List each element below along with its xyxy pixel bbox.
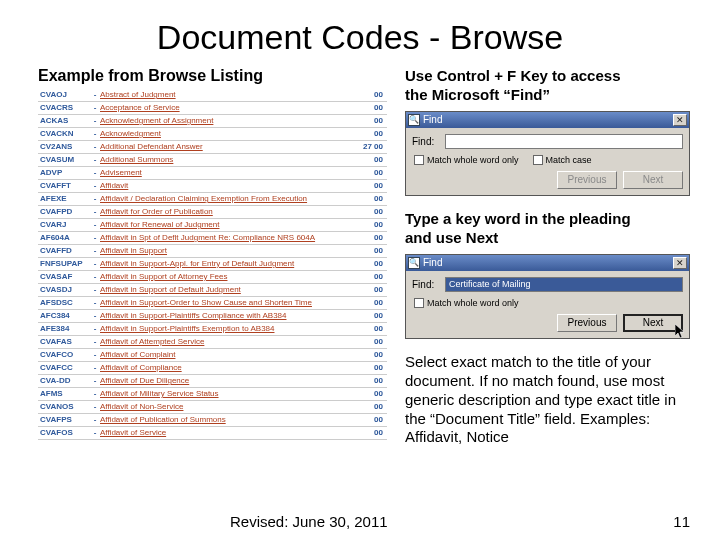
- doc-description[interactable]: Affidavit in Support-Plaintiffs Exemptio…: [100, 325, 359, 333]
- next-button[interactable]: Next: [623, 171, 683, 189]
- table-row: FNFSUPAP-Affidavit in Support-Appl. for …: [38, 258, 387, 271]
- doc-description[interactable]: Affidavit in Support-Plaintiffs Complian…: [100, 312, 359, 320]
- doc-code: CV2ANS: [38, 143, 90, 151]
- find-dialog: 🔍 Find ✕ Find: Match whole word only Mat…: [405, 111, 690, 197]
- doc-description[interactable]: Affidavit of Complaint: [100, 351, 359, 359]
- find-titlebar: 🔍 Find ✕: [406, 112, 689, 128]
- doc-description[interactable]: Affidavit in Support-Order to Show Cause…: [100, 299, 359, 307]
- doc-number: 00: [359, 377, 387, 385]
- doc-description[interactable]: Affidavit: [100, 182, 359, 190]
- doc-description[interactable]: Affidavit / Declaration Claiming Exempti…: [100, 195, 359, 203]
- whole-word-checkbox[interactable]: Match whole word only: [414, 155, 519, 166]
- doc-description[interactable]: Advisement: [100, 169, 359, 177]
- doc-description[interactable]: Affidavit of Non-Service: [100, 403, 359, 411]
- close-icon[interactable]: ✕: [673, 257, 687, 269]
- doc-number: 27 00: [359, 143, 387, 151]
- doc-number: 00: [359, 117, 387, 125]
- find-input[interactable]: [445, 134, 683, 149]
- doc-number: 00: [359, 156, 387, 164]
- table-row: AFE384-Affidavit in Support-Plaintiffs E…: [38, 323, 387, 336]
- dash: -: [90, 91, 100, 99]
- match-case-checkbox[interactable]: Match case: [533, 155, 592, 166]
- table-row: CVAFCC-Affidavit of Compliance00: [38, 362, 387, 375]
- doc-description[interactable]: Affidavit for Renewal of Judgment: [100, 221, 359, 229]
- dash: -: [90, 273, 100, 281]
- doc-number: 00: [359, 325, 387, 333]
- doc-description[interactable]: Affidavit in Support of Attorney Fees: [100, 273, 359, 281]
- dash: -: [90, 429, 100, 437]
- previous-button[interactable]: Previous: [557, 171, 617, 189]
- doc-description[interactable]: Affidavit in Support-Appl. for Entry of …: [100, 260, 359, 268]
- instruction-exact-match: Select exact match to the title of your …: [405, 353, 690, 447]
- browse-listing: CVAOJ-Abstract of Judgment00CVACRS-Accep…: [38, 89, 387, 440]
- table-row: AFSDSC-Affidavit in Support-Order to Sho…: [38, 297, 387, 310]
- doc-description[interactable]: Additional Summons: [100, 156, 359, 164]
- close-icon[interactable]: ✕: [673, 114, 687, 126]
- doc-number: 00: [359, 390, 387, 398]
- doc-number: 00: [359, 312, 387, 320]
- dash: -: [90, 143, 100, 151]
- dash: -: [90, 286, 100, 294]
- find-label: Find:: [412, 279, 440, 290]
- doc-number: 00: [359, 351, 387, 359]
- table-row: CV2ANS-Additional Defendant Answer27 00: [38, 141, 387, 154]
- doc-number: 00: [359, 416, 387, 424]
- doc-description[interactable]: Affidavit in Spt of Deflt Judgment Re: C…: [100, 234, 359, 242]
- doc-description[interactable]: Affidavit of Compliance: [100, 364, 359, 372]
- doc-code: CVACKN: [38, 130, 90, 138]
- doc-code: ADVP: [38, 169, 90, 177]
- table-row: CVASAF-Affidavit in Support of Attorney …: [38, 271, 387, 284]
- doc-description[interactable]: Affidavit in Support of Default Judgment: [100, 286, 359, 294]
- doc-number: 00: [359, 234, 387, 242]
- doc-code: AF604A: [38, 234, 90, 242]
- table-row: AF604A-Affidavit in Spt of Deflt Judgmen…: [38, 232, 387, 245]
- doc-code: AFC384: [38, 312, 90, 320]
- dash: -: [90, 325, 100, 333]
- doc-description[interactable]: Acknowledgment: [100, 130, 359, 138]
- table-row: CVAFCO-Affidavit of Complaint00: [38, 349, 387, 362]
- doc-number: 00: [359, 429, 387, 437]
- doc-code: CVAFCC: [38, 364, 90, 372]
- instruction-keyword: Type a key word in the pleading and use …: [405, 210, 690, 248]
- doc-description[interactable]: Additional Defendant Answer: [100, 143, 359, 151]
- doc-number: 00: [359, 403, 387, 411]
- table-row: CVAOJ-Abstract of Judgment00: [38, 89, 387, 102]
- next-button[interactable]: Next: [623, 314, 683, 332]
- table-row: CVAFFT-Affidavit00: [38, 180, 387, 193]
- doc-description[interactable]: Acceptance of Service: [100, 104, 359, 112]
- dash: -: [90, 351, 100, 359]
- doc-description[interactable]: Affidavit of Due Diligence: [100, 377, 359, 385]
- doc-number: 00: [359, 364, 387, 372]
- doc-code: CVAFPD: [38, 208, 90, 216]
- find-input[interactable]: Certificate of Mailing: [445, 277, 683, 292]
- doc-code: CVAFOS: [38, 429, 90, 437]
- doc-description[interactable]: Affidavit of Attempted Service: [100, 338, 359, 346]
- dash: -: [90, 390, 100, 398]
- previous-button[interactable]: Previous: [557, 314, 617, 332]
- doc-code: CVASAF: [38, 273, 90, 281]
- dash: -: [90, 377, 100, 385]
- doc-description[interactable]: Affidavit of Service: [100, 429, 359, 437]
- doc-description[interactable]: Abstract of Judgment: [100, 91, 359, 99]
- dash: -: [90, 221, 100, 229]
- doc-code: CVASDJ: [38, 286, 90, 294]
- doc-number: 00: [359, 221, 387, 229]
- whole-word-checkbox[interactable]: Match whole word only: [414, 298, 519, 309]
- dash: -: [90, 234, 100, 242]
- dash: -: [90, 130, 100, 138]
- doc-description[interactable]: Affidavit of Publication of Summons: [100, 416, 359, 424]
- doc-description[interactable]: Affidavit in Support: [100, 247, 359, 255]
- doc-description[interactable]: Affidavit for Order of Publication: [100, 208, 359, 216]
- doc-description[interactable]: Affidavit of Military Service Status: [100, 390, 359, 398]
- dash: -: [90, 364, 100, 372]
- table-row: CVARJ-Affidavit for Renewal of Judgment0…: [38, 219, 387, 232]
- doc-code: AFE384: [38, 325, 90, 333]
- find-title-text: Find: [423, 257, 673, 268]
- table-row: CVACRS-Acceptance of Service00: [38, 102, 387, 115]
- table-row: CVASDJ-Affidavit in Support of Default J…: [38, 284, 387, 297]
- left-heading: Example from Browse Listing: [38, 67, 387, 85]
- doc-description[interactable]: Acknowledgment of Assignment: [100, 117, 359, 125]
- find-icon: 🔍: [408, 257, 420, 269]
- doc-number: 00: [359, 260, 387, 268]
- page-number: 11: [673, 513, 690, 530]
